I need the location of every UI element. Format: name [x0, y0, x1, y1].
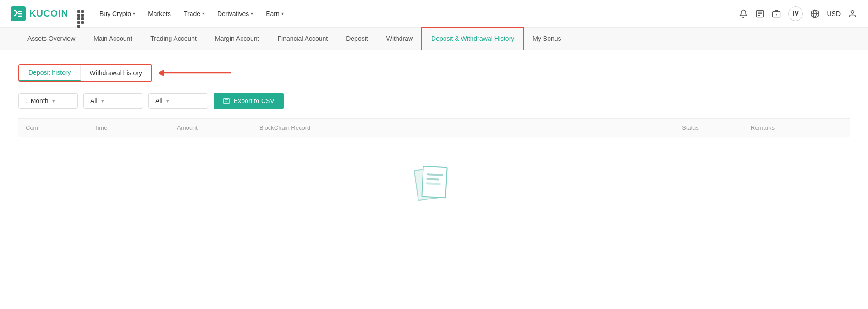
navbar-right: IV USD	[739, 6, 857, 21]
svg-point-9	[851, 10, 854, 13]
col-amount: Amount	[177, 124, 259, 131]
export-icon	[223, 97, 230, 105]
bell-icon[interactable]	[739, 9, 748, 18]
deposit-history-tab[interactable]: Deposit history	[19, 65, 81, 81]
table-header: Coin Time Amount BlockChain Record Statu…	[18, 118, 850, 137]
main-content: Deposit history Withdrawal history 1 Mon…	[0, 50, 868, 247]
annotation-arrow	[159, 66, 233, 80]
period-chevron-icon: ▾	[52, 98, 55, 104]
subnav-my-bonus[interactable]: My Bonus	[523, 28, 570, 50]
wallet-icon[interactable]	[772, 9, 781, 18]
derivatives-chevron-icon: ▾	[251, 11, 253, 16]
subnav-deposit-withdrawal-history[interactable]: Deposit & Withdrawal History	[422, 28, 523, 50]
status-filter[interactable]: All ▾	[148, 93, 208, 109]
withdrawal-history-tab[interactable]: Withdrawal history	[81, 65, 151, 81]
kucoin-logo-icon	[11, 6, 26, 21]
globe-icon[interactable]	[810, 9, 819, 18]
filters-row: 1 Month ▾ All ▾ All ▾ Export to CSV	[18, 93, 850, 109]
navbar: KUCOIN Buy Crypto ▾ Markets Trade ▾ Deri…	[0, 0, 868, 28]
nav-derivatives[interactable]: Derivatives ▾	[212, 6, 258, 21]
logo-text: KUCOIN	[29, 8, 68, 19]
nav-buy-crypto[interactable]: Buy Crypto ▾	[94, 6, 141, 21]
nav-items: Buy Crypto ▾ Markets Trade ▾ Derivatives…	[94, 6, 289, 21]
subnav: Assets Overview Main Account Trading Acc…	[0, 28, 868, 50]
subnav-financial-account[interactable]: Financial Account	[268, 28, 337, 50]
doc-front-icon	[421, 166, 447, 199]
currency-label[interactable]: USD	[827, 10, 841, 17]
export-csv-button[interactable]: Export to CSV	[214, 93, 284, 109]
earn-chevron-icon: ▾	[281, 11, 284, 16]
grid-icon[interactable]	[77, 10, 85, 17]
coin-chevron-icon: ▾	[101, 98, 104, 104]
status-chevron-icon: ▾	[166, 98, 169, 104]
subnav-trading-account[interactable]: Trading Account	[141, 28, 206, 50]
coin-filter[interactable]: All ▾	[83, 93, 143, 109]
navbar-left: KUCOIN Buy Crypto ▾ Markets Trade ▾ Deri…	[11, 6, 289, 21]
tabs-row: Deposit history Withdrawal history	[18, 64, 850, 82]
subnav-assets-overview[interactable]: Assets Overview	[18, 28, 84, 50]
col-time: Time	[94, 124, 177, 131]
col-remarks: Remarks	[751, 124, 842, 131]
subnav-margin-account[interactable]: Margin Account	[206, 28, 269, 50]
col-coin: Coin	[26, 124, 94, 131]
nav-markets[interactable]: Markets	[143, 6, 176, 21]
col-blockchain-record: BlockChain Record	[259, 124, 682, 131]
avatar[interactable]: IV	[788, 6, 803, 21]
subnav-main-account[interactable]: Main Account	[84, 28, 141, 50]
logo[interactable]: KUCOIN	[11, 6, 68, 21]
red-arrow-icon	[159, 66, 233, 80]
user-icon[interactable]	[848, 9, 857, 18]
history-tab-group: Deposit history Withdrawal history	[18, 64, 152, 82]
period-filter[interactable]: 1 Month ▾	[18, 93, 78, 109]
nav-earn[interactable]: Earn ▾	[260, 6, 289, 21]
document-icon[interactable]	[755, 9, 764, 18]
buy-crypto-chevron-icon: ▾	[133, 11, 135, 16]
trade-chevron-icon: ▾	[202, 11, 204, 16]
empty-state	[18, 137, 850, 233]
nav-trade[interactable]: Trade ▾	[178, 6, 210, 21]
col-status: Status	[682, 124, 751, 131]
empty-illustration	[416, 165, 452, 206]
subnav-deposit[interactable]: Deposit	[337, 28, 377, 50]
subnav-withdraw[interactable]: Withdraw	[377, 28, 422, 50]
